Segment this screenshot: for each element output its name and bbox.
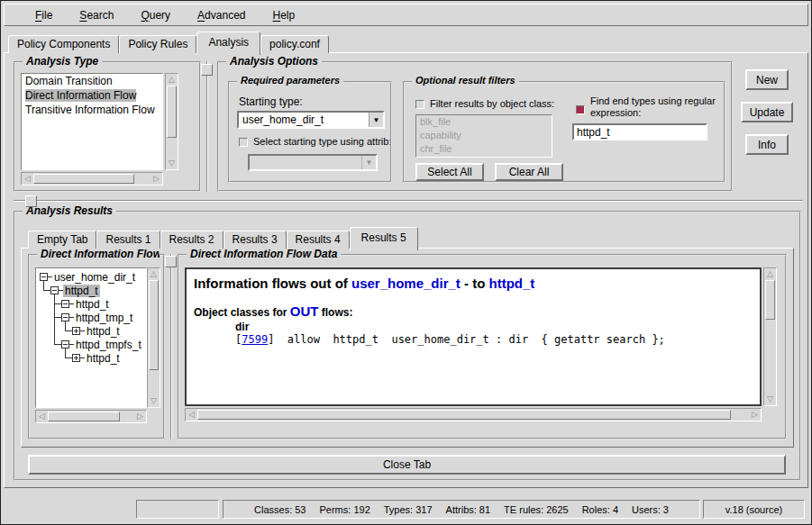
scrollbar-trough[interactable] [134,173,151,185]
horizontal-sash-line [14,200,803,202]
flow-source-type: user_home_dir_t [351,276,461,291]
close-tab-button[interactable]: Close Tab [28,455,786,475]
tab-policy-rules[interactable]: Policy Rules [119,35,196,53]
tree-expander-minus-icon[interactable] [50,286,59,294]
attrib-checkbox[interactable] [239,138,248,147]
tree-expander-minus-icon[interactable] [40,273,48,281]
stat-users: Users: 3 [632,504,669,515]
menu-advanced[interactable]: Advanced [197,9,245,22]
tab-results-5[interactable]: Results 5 [350,227,418,250]
sash-handle[interactable] [201,64,213,76]
scrollbar-trough[interactable] [148,370,160,395]
tree-expander-plus-icon[interactable] [72,354,80,362]
tree-node-label[interactable]: httpd_t [85,325,122,338]
tab-policy-conf[interactable]: policy.conf [260,35,329,53]
filter-object-class-checkbox[interactable] [415,100,424,109]
menu-search-rest: earch [87,9,114,22]
tree-vscrollbar[interactable]: △ ▽ [147,267,160,408]
tree-node-label[interactable]: user_home_dir_t [52,271,137,284]
tree-node-label[interactable]: httpd_t [74,298,111,311]
tree-node[interactable]: user_home_dir_t [40,270,137,284]
tree-node[interactable]: httpd_t [61,297,111,311]
menu-help[interactable]: Help [272,9,295,22]
scrollbar-thumb[interactable] [197,410,731,420]
tab-results-3[interactable]: Results 3 [224,231,287,249]
attrib-value [250,156,361,169]
scrollbar-thumb[interactable] [765,280,775,320]
scroll-right-icon[interactable]: ▷ [134,411,146,422]
scrollbar-trough[interactable] [120,411,134,422]
chevron-down-icon[interactable]: ▼ [369,113,383,127]
scroll-right-icon[interactable]: ▷ [749,409,761,421]
data-vscrollbar[interactable]: △ ▽ [763,267,777,406]
scrollbar-trough[interactable] [166,138,178,158]
tree-node[interactable]: httpd_tmp_t [61,311,134,324]
info-button[interactable]: Info [745,134,789,155]
tree-node-label[interactable]: httpd_t [85,352,122,365]
list-item[interactable]: Domain Transition [22,74,162,88]
scrollbar-trough[interactable] [764,320,776,394]
scroll-left-icon[interactable]: ◁ [36,411,48,422]
scrollbar-thumb[interactable] [149,280,159,370]
tree-expander-plus-icon[interactable] [72,327,80,335]
object-classes-line: Object classes for OUT flows: [194,303,753,319]
menu-file[interactable]: File [35,9,52,22]
tab-empty-tab[interactable]: Empty Tab [28,231,96,249]
tree-node[interactable]: httpd_t [72,351,122,365]
menu-search[interactable]: Search [79,9,114,22]
tab-results-4[interactable]: Results 4 [287,231,350,249]
regex-input[interactable] [572,123,707,140]
scroll-right-icon[interactable]: ▷ [151,173,162,185]
scroll-up-icon[interactable]: △ [148,268,160,280]
scrollbar-thumb[interactable] [33,174,134,184]
menu-query-rest: uery [150,9,170,22]
flow-data-title: Direct Information Flow Data [187,248,341,260]
tree-hscrollbar[interactable]: ◁ ▷ [35,410,147,423]
update-button[interactable]: Update [741,102,793,122]
sash-handle[interactable] [165,256,177,267]
scroll-down-icon[interactable]: ▽ [764,394,776,405]
scrollbar-thumb[interactable] [48,412,120,421]
regex-checkbox[interactable] [576,105,585,114]
scroll-up-icon[interactable]: △ [764,268,776,280]
scroll-down-icon[interactable]: ▽ [166,158,178,169]
scroll-down-icon[interactable]: ▽ [148,395,160,407]
rule-id-link[interactable]: 7599 [242,333,268,346]
new-button[interactable]: New [745,69,789,90]
tab-results-2[interactable]: Results 2 [160,231,224,249]
starting-type-combobox[interactable]: user_home_dir_t ▼ [237,111,385,129]
tree-node-label[interactable]: httpd_t [63,285,100,297]
regex-label-line1: Find end types using regular [590,95,716,107]
scroll-left-icon[interactable]: ◁ [22,173,33,185]
list-item[interactable]: Transitive Information Flow [22,103,162,117]
tree-expander-minus-icon[interactable] [61,340,69,348]
list-item-selected[interactable]: Direct Information Flow [22,88,162,103]
scroll-left-icon[interactable]: ◁ [186,409,197,421]
tree-node[interactable]: httpd_t [72,324,122,338]
clear-all-button[interactable]: Clear All [495,163,563,181]
tab-policy-components[interactable]: Policy Components [8,35,119,53]
analysis-type-vscrollbar[interactable]: △ ▽ [165,73,178,170]
tree-node[interactable]: httpd_tmpfs_t [61,338,143,351]
status-version: v.18 (source) [703,500,805,519]
data-hscrollbar[interactable]: ◁ ▷ [185,408,762,421]
menu-advanced-initial: A [197,9,205,22]
scroll-up-icon[interactable]: △ [166,74,178,86]
sash-handle[interactable] [25,195,37,207]
select-all-button[interactable]: Select All [415,163,484,181]
stat-perms: Perms: 192 [320,504,370,515]
starting-type-label: Starting type: [239,95,303,108]
scrollbar-trough[interactable] [731,409,749,421]
tree-node-selected[interactable]: httpd_t [50,284,100,297]
menu-query[interactable]: Query [141,9,170,22]
scrollbar-thumb[interactable] [167,86,177,138]
tab-results-1[interactable]: Results 1 [96,231,160,249]
tree-node-label[interactable]: httpd_tmp_t [74,312,134,324]
tree-connector [65,330,72,331]
tree-node-label[interactable]: httpd_tmpfs_t [74,339,143,351]
tree-expander-minus-icon[interactable] [61,300,69,308]
flow-target-type: httpd_t [489,276,535,291]
tab-analysis[interactable]: Analysis [196,32,260,55]
tree-expander-minus-icon[interactable] [61,313,69,321]
analysis-type-hscrollbar[interactable]: ◁ ▷ [21,172,163,186]
